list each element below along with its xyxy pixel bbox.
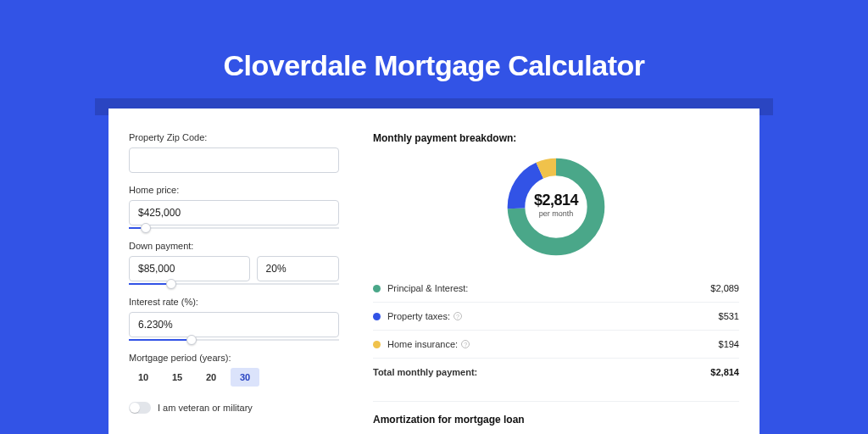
price-input[interactable] bbox=[129, 200, 339, 225]
legend-row: Principal & Interest: $2,089 bbox=[373, 275, 739, 303]
down-field: Down payment: bbox=[129, 241, 339, 285]
legend-row: Property taxes: ?$531 bbox=[373, 303, 739, 331]
legend-value: $531 bbox=[719, 311, 739, 321]
period-option-20[interactable]: 20 bbox=[197, 368, 225, 387]
breakdown-column: Monthly payment breakdown: $2,814 per mo… bbox=[373, 132, 739, 434]
form-column: Property Zip Code: Home price: Down paym… bbox=[129, 132, 339, 434]
price-slider-thumb[interactable] bbox=[141, 223, 151, 233]
amortization-section: Amortization for mortgage loan Amortizat… bbox=[373, 401, 739, 434]
donut-value: $2,814 bbox=[504, 192, 609, 209]
donut-center: $2,814 per month bbox=[504, 192, 609, 218]
rate-input[interactable] bbox=[129, 312, 339, 337]
info-icon[interactable]: ? bbox=[453, 312, 462, 320]
veteran-row: I am veteran or military bbox=[129, 402, 339, 414]
period-option-10[interactable]: 10 bbox=[129, 368, 158, 387]
zip-input[interactable] bbox=[129, 147, 339, 173]
legend-dot bbox=[373, 313, 381, 320]
rate-slider[interactable] bbox=[129, 339, 339, 341]
down-percent-input[interactable] bbox=[257, 256, 339, 281]
donut-chart-wrap: $2,814 per month bbox=[373, 154, 739, 259]
rate-slider-thumb[interactable] bbox=[186, 335, 197, 345]
legend-value: $194 bbox=[719, 339, 739, 349]
zip-field: Property Zip Code: bbox=[129, 132, 339, 173]
period-option-30[interactable]: 30 bbox=[231, 368, 259, 387]
legend-label: Property taxes: ? bbox=[387, 311, 719, 321]
price-field: Home price: bbox=[129, 185, 339, 229]
legend-row: Home insurance: ?$194 bbox=[373, 331, 739, 359]
veteran-label: I am veteran or military bbox=[158, 403, 253, 413]
donut-sublabel: per month bbox=[504, 209, 609, 218]
total-label: Total monthly payment: bbox=[373, 367, 710, 377]
rate-field: Interest rate (%): bbox=[129, 297, 339, 341]
rate-label: Interest rate (%): bbox=[129, 297, 339, 307]
total-value: $2,814 bbox=[710, 367, 739, 377]
zip-label: Property Zip Code: bbox=[129, 132, 339, 142]
legend-value: $2,089 bbox=[710, 283, 739, 293]
down-amount-input[interactable] bbox=[129, 256, 250, 281]
calculator-card: Property Zip Code: Home price: Down paym… bbox=[108, 108, 760, 434]
legend-dot bbox=[373, 341, 381, 348]
down-slider[interactable] bbox=[129, 283, 339, 285]
legend-label: Home insurance: ? bbox=[387, 339, 719, 349]
period-option-15[interactable]: 15 bbox=[163, 368, 192, 387]
period-options: 10152030 bbox=[129, 368, 339, 387]
legend-dot bbox=[373, 285, 381, 292]
price-slider[interactable] bbox=[129, 227, 339, 229]
total-row: Total monthly payment: $2,814 bbox=[373, 359, 739, 386]
down-slider-thumb[interactable] bbox=[166, 279, 176, 289]
down-slider-fill bbox=[129, 283, 171, 285]
rate-slider-fill bbox=[129, 339, 192, 341]
info-icon[interactable]: ? bbox=[461, 340, 470, 348]
down-label: Down payment: bbox=[129, 241, 339, 251]
period-field: Mortgage period (years): 10152030 bbox=[129, 353, 339, 387]
veteran-toggle[interactable] bbox=[129, 402, 151, 414]
page-title: Cloverdale Mortgage Calculator bbox=[0, 0, 868, 101]
legend-label: Principal & Interest: bbox=[387, 283, 710, 293]
amortization-title: Amortization for mortgage loan bbox=[373, 414, 739, 426]
breakdown-title: Monthly payment breakdown: bbox=[373, 132, 739, 144]
donut-chart: $2,814 per month bbox=[504, 154, 609, 259]
price-label: Home price: bbox=[129, 185, 339, 195]
period-label: Mortgage period (years): bbox=[129, 353, 339, 363]
